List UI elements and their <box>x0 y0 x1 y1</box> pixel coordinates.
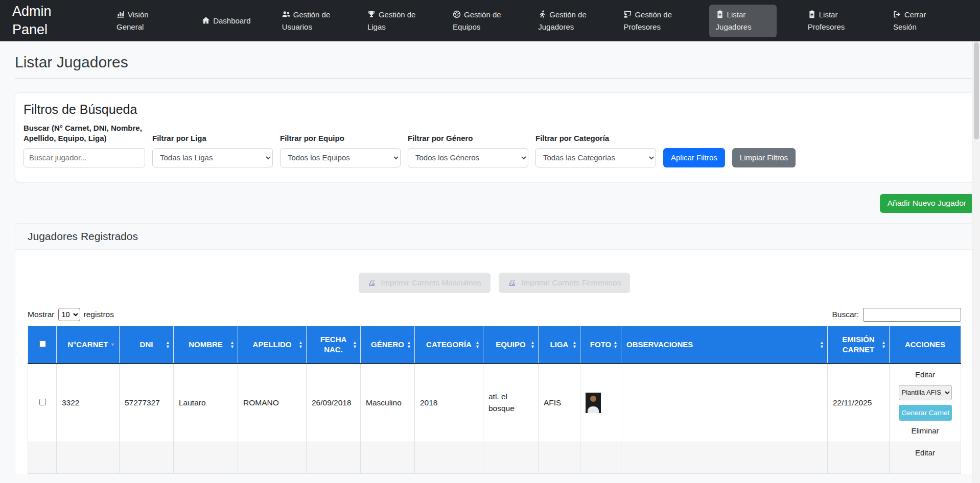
sort-icon <box>475 341 480 349</box>
column-header-fecha-nac[interactable]: FECHA NAC. <box>307 326 361 364</box>
equipo-select[interactable]: Todos los Equipos <box>280 148 401 167</box>
column-header-label: DNI <box>140 340 153 349</box>
player-photo[interactable] <box>586 393 601 413</box>
carnet-template-select[interactable]: Plantilla AFIS_F <box>899 385 952 400</box>
genero-select[interactable]: Todos los Géneros <box>408 148 528 167</box>
foto-cell <box>580 364 621 442</box>
fecha-nac-cell <box>307 442 361 473</box>
row-select-cell <box>28 442 57 473</box>
sort-icon <box>572 341 577 349</box>
liga-select[interactable]: Todas las Ligas <box>152 148 273 167</box>
table-search-input[interactable] <box>863 308 961 322</box>
nav-item-cerrar-sesion[interactable]: Cerrar Sesión <box>893 9 947 33</box>
filters-title: Filtros de Búsqueda <box>24 102 965 117</box>
genero-cell: Masculino <box>361 364 415 442</box>
filter-group-genero: Filtrar por Género Todos los Géneros <box>408 133 528 167</box>
photo-shirt <box>588 406 599 413</box>
registered-card-body: 🖨Imprimir Carnets Masculinos 🖨Imprimir C… <box>15 273 973 474</box>
column-header-label: OBSERVACIONES <box>626 340 693 349</box>
sort-icon <box>881 341 886 349</box>
column-header-select-all <box>28 326 57 364</box>
nav-item-gestion-usuarios[interactable]: Gestión de Usuarios <box>282 9 336 33</box>
scrollbar-thumb[interactable] <box>974 42 979 139</box>
print-male-carnets-button[interactable]: 🖨Imprimir Carnets Masculinos <box>359 273 491 293</box>
column-header-liga[interactable]: LIGA <box>539 326 580 364</box>
brand-admin-panel[interactable]: Admin Panel <box>12 3 73 38</box>
column-header-label: N°CARNET <box>67 340 108 349</box>
registered-card-header: Jugadores Registrados <box>15 224 973 250</box>
categoria-select[interactable]: Todas las Categorías <box>535 148 656 167</box>
column-header-equipo[interactable]: EQUIPO <box>483 326 539 364</box>
delete-player-link[interactable]: Eliminar <box>911 425 939 437</box>
print-female-carnets-button[interactable]: 🖨Imprimir Carnets Femeninos <box>499 273 631 293</box>
column-header-dni[interactable]: DNI <box>120 326 174 364</box>
page-title: Listar Jugadores <box>15 54 974 71</box>
title-divider <box>15 78 974 79</box>
categoria-cell: 2018 <box>415 364 483 442</box>
nav-item-dashboard[interactable]: Dashboard <box>202 15 250 27</box>
column-header-acciones: ACCIONES <box>890 326 961 364</box>
generate-carnet-button[interactable]: Generar Carnet <box>899 405 952 421</box>
print-buttons-row: 🖨Imprimir Carnets Masculinos 🖨Imprimir C… <box>28 273 961 293</box>
column-header-foto[interactable]: FOTO <box>580 326 621 364</box>
page-scrollbar[interactable] <box>972 41 980 483</box>
player-search-input[interactable] <box>24 148 145 167</box>
equipo-cell <box>483 442 539 473</box>
sort-icon <box>820 341 824 349</box>
running-person-icon <box>538 10 546 18</box>
print-male-label: Imprimir Carnets Masculinos <box>381 278 481 287</box>
main-content: Listar Jugadores Filtros de Búsqueda Bus… <box>0 54 980 474</box>
registered-title: Jugadores Registrados <box>28 230 961 243</box>
apellido-cell: ROMANO <box>238 364 307 442</box>
apply-filters-button[interactable]: Aplicar Filtros <box>663 148 725 167</box>
nav-item-listar-profesores[interactable]: Listar Profesores <box>808 9 862 33</box>
clear-filters-button[interactable]: Limpiar Filtros <box>732 148 796 167</box>
column-header-apellido[interactable]: APELLIDO <box>238 326 307 364</box>
clipboard-list-icon <box>716 10 724 18</box>
nav-item-gestion-ligas[interactable]: Gestión de Ligas <box>367 9 422 33</box>
player-row-partial: Editar <box>28 442 961 473</box>
chalkboard-teacher-icon <box>623 10 632 18</box>
page-length-select[interactable]: 10 <box>58 308 80 321</box>
liga-cell <box>539 442 580 473</box>
sort-desc-icon <box>110 342 115 348</box>
acciones-cell: Editar Plantilla AFIS_F Generar Carnet E… <box>890 364 961 442</box>
nav-item-gestion-profesores[interactable]: Gestión de Profesores <box>623 9 678 33</box>
column-header-carnet[interactable]: N°CARNET <box>57 326 120 364</box>
nav-item-vision-general[interactable]: Visión General <box>116 9 171 33</box>
column-header-genero[interactable]: GÉNERO <box>361 326 415 364</box>
column-header-emision-carnet[interactable]: EMISIÓN CARNET <box>828 326 890 364</box>
fecha-nac-cell: 26/09/2018 <box>307 364 361 442</box>
sort-icon <box>613 341 618 349</box>
column-header-label: EMISIÓN CARNET <box>842 335 874 354</box>
filter-group-equipo: Filtrar por Equipo Todos los Equipos <box>280 133 401 167</box>
nav-item-gestion-jugadores[interactable]: Gestión de Jugadores <box>538 9 592 33</box>
table-search-label: Buscar: <box>832 310 859 319</box>
nombre-cell <box>174 442 238 473</box>
actions-stack: Editar Plantilla AFIS_F Generar Carnet E… <box>895 369 955 437</box>
table-controls-row: Mostrar 10 registros Buscar: <box>28 308 961 322</box>
nav-item-label: Dashboard <box>213 16 250 25</box>
nav-item-gestion-equipos[interactable]: Gestión de Equipos <box>453 9 507 33</box>
edit-player-link[interactable]: Editar <box>915 369 935 380</box>
liga-filter-label: Filtrar por Liga <box>152 133 273 143</box>
column-header-observaciones[interactable]: OBSERVACIONES <box>621 326 828 364</box>
clipboard-list-icon <box>808 10 816 18</box>
column-header-label: GÉNERO <box>371 340 404 349</box>
players-table: N°CARNET DNI NOMBRE APELLIDO FECHA NAC. … <box>28 326 961 474</box>
edit-player-link[interactable]: Editar <box>915 447 935 458</box>
filters-row: Buscar (N° Carnet, DNI, Nombre, Apellido… <box>24 123 965 167</box>
row-checkbox[interactable] <box>39 399 46 405</box>
row-select-cell <box>28 364 57 442</box>
printer-icon: 🖨 <box>508 279 516 287</box>
column-header-label: FECHA NAC. <box>320 335 347 354</box>
trophy-icon <box>367 10 376 18</box>
column-header-nombre[interactable]: NOMBRE <box>174 326 238 364</box>
genero-filter-label: Filtrar por Género <box>408 133 528 143</box>
nav-item-listar-jugadores[interactable]: Listar Jugadores <box>709 5 777 37</box>
add-player-button[interactable]: Añadir Nuevo Jugador <box>880 194 974 213</box>
select-all-checkbox[interactable] <box>39 341 46 347</box>
column-header-categoria[interactable]: CATEGORÍA <box>415 326 483 364</box>
registered-players-card: Jugadores Registrados 🖨Imprimir Carnets … <box>15 223 974 474</box>
add-player-row: Añadir Nuevo Jugador <box>15 194 974 213</box>
